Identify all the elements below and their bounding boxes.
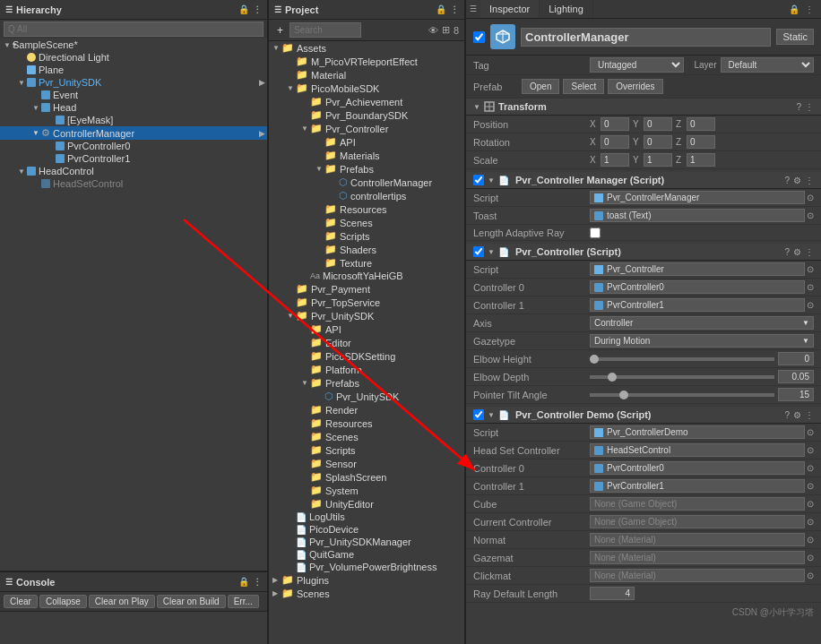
hierarchy-menu-icon[interactable]: ⋮	[253, 4, 262, 14]
project-item-pvrvolume[interactable]: 📄 Pvr_VolumePowerBrightness	[269, 561, 464, 573]
gazemat-circle[interactable]: ⊙	[807, 553, 814, 562]
project-item-quitgame[interactable]: 📄 QuitGame	[269, 548, 464, 561]
clickmat-ref[interactable]: None (Material)	[590, 569, 805, 582]
project-item-pvrtopservice[interactable]: 📁 Pvr_TopService	[269, 296, 464, 309]
current-ctrl-ref[interactable]: None (Game Object)	[590, 515, 805, 528]
normat-circle[interactable]: ⊙	[807, 535, 814, 545]
pvr-controller-settings-icon[interactable]: ⚙	[793, 247, 801, 257]
headset-circle[interactable]: ⊙	[807, 445, 814, 455]
pvr-demo-settings-icon[interactable]: ⚙	[793, 410, 801, 420]
tag-select[interactable]: Untagged	[590, 57, 684, 73]
project-item-pvrcontroller-folder[interactable]: ▼ 📁 Pvr_Controller	[269, 122, 464, 135]
pos-y-input[interactable]	[644, 117, 672, 131]
menu-icon[interactable]: ⋮	[805, 4, 814, 14]
project-item-assets[interactable]: ▼ 📁 Assets	[269, 41, 464, 55]
project-item-scenes3[interactable]: ▶ 📁 Scenes	[269, 587, 464, 600]
gazemat-ref[interactable]: None (Material)	[590, 551, 805, 564]
adaptive-ray-checkbox[interactable]	[590, 228, 601, 238]
project-item-render[interactable]: 📁 Render	[269, 403, 464, 416]
elbow-depth-slider[interactable]	[590, 375, 774, 379]
project-item-scenes2[interactable]: 📁 Scenes	[269, 430, 464, 443]
project-item-materials[interactable]: 📁 Materials	[269, 149, 464, 162]
pvr-controller-section-header[interactable]: ▼ 📄 Pvr_Controller (Script) ? ⚙ ⋮	[466, 244, 821, 261]
pvr-demo-section-header[interactable]: ▼ 📄 Pvr_Controller Demo (Script) ? ⚙ ⋮	[466, 407, 821, 424]
rot-x-input[interactable]	[601, 135, 629, 149]
scale-x-input[interactable]	[601, 153, 629, 167]
demo-ctrl1-ref[interactable]: PvrController1	[590, 479, 805, 493]
pvr-manager-settings-icon[interactable]: ⚙	[793, 176, 801, 185]
current-ctrl-circle[interactable]: ⊙	[807, 517, 814, 527]
project-item-picomobile[interactable]: ▼ 📁 PicoMobileSDK	[269, 82, 464, 95]
project-item-pvrpayment[interactable]: 📁 Pvr_Payment	[269, 282, 464, 296]
object-active-checkbox[interactable]	[473, 31, 485, 43]
project-search-input[interactable]	[290, 22, 361, 38]
project-item-scenes1[interactable]: 📁 Scenes	[269, 216, 464, 229]
project-item-shaders[interactable]: 📁 Shaders	[269, 243, 464, 256]
project-item-pvrunity2[interactable]: ▼ 📁 Pvr_UnitySDK	[269, 309, 464, 322]
open-button[interactable]: Open	[522, 79, 559, 94]
elbow-depth-value[interactable]	[778, 370, 814, 383]
ctrl0-circle[interactable]: ⊙	[807, 282, 814, 292]
project-item-editor[interactable]: 📁 Editor	[269, 336, 464, 349]
hierarchy-item-headcontrol[interactable]: ▼ HeadControl	[0, 165, 267, 177]
pvr-manager-menu-icon[interactable]: ⋮	[805, 176, 814, 185]
pvr-manager-script-circle[interactable]: ⊙	[807, 193, 814, 202]
pvr-demo-active-checkbox[interactable]	[473, 409, 484, 420]
hierarchy-item-eyemask[interactable]: [EyeMask]	[0, 114, 267, 126]
project-item-api1[interactable]: 📁 API	[269, 135, 464, 149]
cube-ref[interactable]: None (Game Object)	[590, 497, 805, 511]
project-item-plugins[interactable]: ▶ 📁 Plugins	[269, 573, 464, 587]
project-item-picodevice[interactable]: 📄 PicoDevice	[269, 523, 464, 536]
pvr-demo-script-circle[interactable]: ⊙	[807, 427, 814, 437]
project-item-resources2[interactable]: 📁 Resources	[269, 416, 464, 430]
hierarchy-item-pvrunity[interactable]: ▼ Pvr_UnitySDK ▶	[0, 76, 267, 89]
pos-z-input[interactable]	[687, 117, 715, 131]
layer-select[interactable]: Default	[721, 57, 815, 73]
demo-ctrl0-ref[interactable]: PvrController0	[590, 461, 805, 475]
project-item-splashscreen[interactable]: 📁 SplashScreen	[269, 470, 464, 484]
pvr-manager-section-header[interactable]: ▼ 📄 Pvr_Controller Manager (Script) ? ⚙ …	[466, 172, 821, 189]
project-item-scripts1[interactable]: 📁 Scripts	[269, 229, 464, 243]
project-item-prefabs2[interactable]: ▼ 📁 Prefabs	[269, 376, 464, 390]
pvr-manager-active-checkbox[interactable]	[473, 175, 484, 185]
demo-ctrl1-circle[interactable]: ⊙	[807, 481, 814, 491]
hierarchy-item-plane[interactable]: Plane	[0, 64, 267, 76]
project-item-microsoftyahei[interactable]: Aa MicrosoftYaHeiGB	[269, 270, 464, 282]
pos-x-input[interactable]	[601, 117, 629, 131]
pointer-tilt-slider[interactable]	[590, 393, 774, 397]
ray-length-value[interactable]	[590, 587, 635, 600]
pvr-ctrl-script-ref[interactable]: Pvr_Controller	[590, 262, 805, 276]
project-item-picosdksetting[interactable]: 📁 PicoSDKSetting	[269, 349, 464, 363]
ctrl0-ref[interactable]: PvrController0	[590, 280, 805, 294]
gazetype-dropdown[interactable]: During Motion ▼	[590, 334, 814, 348]
project-item-pvrunity-pf[interactable]: ⬡ Pvr_UnitySDK	[269, 390, 464, 403]
hierarchy-item-controllermanager[interactable]: ▼ ⚙ ControllerManager ▶	[0, 126, 267, 140]
select-button[interactable]: Select	[563, 79, 604, 94]
project-item-material[interactable]: 📁 Material	[269, 68, 464, 82]
elbow-height-value[interactable]	[778, 352, 814, 365]
pvr-manager-script-ref[interactable]: Pvr_ControllerManager	[590, 191, 805, 204]
pvr-controller-active-checkbox[interactable]	[473, 246, 484, 257]
headset-ref[interactable]: HeadSetControl	[590, 443, 805, 457]
hierarchy-item-dirlight[interactable]: Directional Light	[0, 51, 267, 64]
overrides-button[interactable]: Overrides	[608, 79, 662, 94]
console-clear-on-build-button[interactable]: Clear on Build	[157, 595, 226, 608]
hierarchy-item-headsetcontrol[interactable]: HeadSetControl	[0, 177, 267, 190]
pvr-demo-script-ref[interactable]: Pvr_ControllerDemo	[590, 425, 805, 439]
cube-circle[interactable]: ⊙	[807, 499, 814, 509]
tab-lighting[interactable]: Lighting	[540, 0, 593, 18]
scale-z-input[interactable]	[687, 153, 715, 167]
hierarchy-item-pvrcontroller1[interactable]: PvrController1	[0, 152, 267, 165]
ctrl1-circle[interactable]: ⊙	[807, 300, 814, 310]
project-item-controllertips[interactable]: ⬡ controllertips	[269, 189, 464, 202]
object-name-input[interactable]	[521, 28, 771, 47]
project-item-pvrunitysdkmgr[interactable]: 📄 Pvr_UnitySDKManager	[269, 536, 464, 548]
project-item-sensor[interactable]: 📁 Sensor	[269, 457, 464, 470]
pvr-demo-menu-icon[interactable]: ⋮	[805, 410, 814, 420]
transform-section-header[interactable]: ▼ Transform ? ⋮	[466, 99, 821, 116]
console-menu-icon[interactable]: ⋮	[253, 577, 262, 587]
project-item-pvrboundary[interactable]: 📁 Pvr_BoundarySDK	[269, 108, 464, 122]
project-item-controllermanager-pf[interactable]: ⬡ ControllerManager	[269, 176, 464, 189]
demo-ctrl0-circle[interactable]: ⊙	[807, 463, 814, 473]
rot-y-input[interactable]	[644, 135, 672, 149]
